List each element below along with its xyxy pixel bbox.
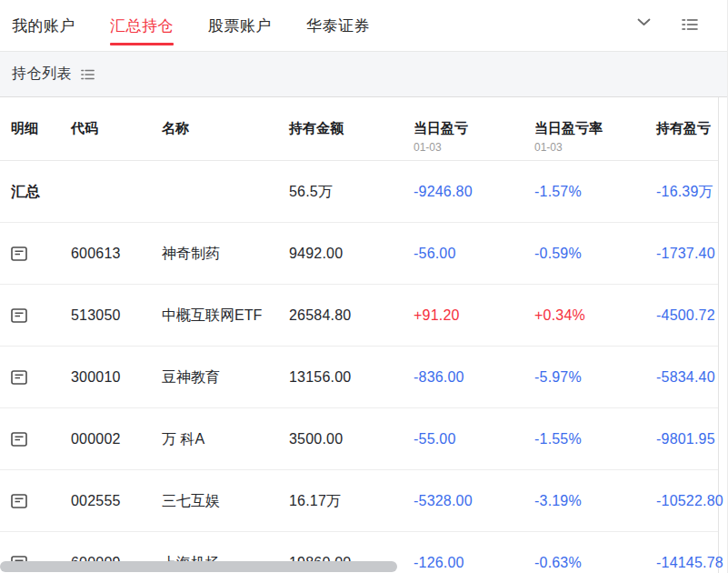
table-row[interactable]: 600613 神奇制药 9492.00 -56.00 -0.59% -1737.… [0, 223, 718, 285]
cell-daily-pl: +91.20 [414, 285, 460, 347]
cell-hold-pl: -5834.40 [656, 347, 715, 408]
cell-code: 600613 [71, 223, 121, 285]
cell-amount: 16.17万 [289, 470, 341, 532]
table-row[interactable]: 汇总 56.5万 -9246.80 -1.57% -16.39万 [0, 161, 718, 223]
cell-daily-rate: -1.57% [534, 161, 582, 223]
col-header-hold-pl: 持有盈亏 [656, 120, 711, 137]
top-nav: 我的账户 汇总持仓 股票账户 华泰证券 [0, 0, 728, 52]
detail-icon[interactable] [11, 285, 27, 347]
cell-daily-rate: +0.34% [534, 285, 585, 347]
col-header-daily-pl-date: 01-03 [414, 141, 468, 154]
cell-code: 000002 [71, 408, 121, 470]
cell-daily-pl: -55.00 [414, 408, 456, 470]
col-header-daily-pl-rate-date: 01-03 [534, 141, 603, 154]
col-header-detail: 明细 [11, 120, 38, 137]
cell-daily-rate: -1.55% [534, 408, 582, 470]
holdings-app-window: 我的账户 汇总持仓 股票账户 华泰证券 持仓列表 明细 代码 名称 持有金额 当… [0, 0, 728, 573]
cell-hold-pl: -14145.78 [656, 532, 723, 573]
cell-daily-pl: -56.00 [414, 223, 456, 285]
cell-name: 万 科A [162, 408, 204, 470]
cell-amount: 26584.80 [289, 285, 351, 347]
tab-huatai-securities[interactable]: 华泰证券 [306, 0, 370, 51]
cell-daily-rate: -0.59% [534, 223, 582, 285]
table-row[interactable]: 002555 三七互娱 16.17万 -5328.00 -3.19% -1052… [0, 470, 718, 532]
table-row[interactable]: 300010 豆神教育 13156.00 -836.00 -5.97% -583… [0, 347, 718, 408]
section-bar: 持仓列表 [0, 52, 728, 97]
cell-name: 中概互联网ETF [162, 285, 262, 347]
cell-code: 300010 [71, 347, 121, 408]
tab-stock-account[interactable]: 股票账户 [208, 0, 272, 51]
cell-amount: 9492.00 [289, 223, 343, 285]
table-row[interactable]: 000002 万 科A 3500.00 -55.00 -1.55% -9801.… [0, 408, 718, 470]
table-row[interactable]: 513050 中概互联网ETF 26584.80 +91.20 +0.34% -… [0, 285, 718, 347]
cell-daily-pl: -9246.80 [414, 161, 473, 223]
cell-hold-pl: -9801.95 [656, 408, 715, 470]
cell-daily-pl: -5328.00 [414, 470, 473, 532]
cell-daily-rate: -3.19% [534, 470, 582, 532]
list-icon[interactable] [682, 18, 698, 31]
detail-icon[interactable] [11, 470, 27, 532]
cell-daily-rate: -0.63% [534, 532, 582, 573]
cell-hold-pl: -16.39万 [656, 161, 713, 223]
detail-icon[interactable] [11, 408, 27, 470]
cell-amount: 56.5万 [289, 161, 333, 223]
tab-summary-holdings[interactable]: 汇总持仓 [110, 0, 174, 51]
cell-hold-pl: -10522.80 [656, 470, 723, 532]
chevron-down-icon[interactable] [637, 18, 651, 26]
col-header-daily-pl-rate: 当日盈亏率 01-03 [534, 120, 603, 154]
detail-icon[interactable] [11, 223, 27, 285]
cell-code: 002555 [71, 470, 121, 532]
col-header-name: 名称 [162, 120, 189, 137]
cell-name: 三七互娱 [162, 470, 220, 532]
tab-my-account[interactable]: 我的账户 [12, 0, 75, 51]
row-label: 汇总 [11, 161, 40, 223]
cell-amount: 13156.00 [289, 347, 351, 408]
list-icon[interactable] [81, 69, 95, 80]
col-header-amount: 持有金额 [289, 120, 344, 137]
horizontal-scrollbar-thumb[interactable] [0, 561, 397, 572]
cell-hold-pl: -1737.40 [656, 223, 715, 285]
cell-daily-pl: -126.00 [414, 532, 464, 573]
cell-name: 豆神教育 [162, 347, 220, 408]
cell-daily-pl: -836.00 [414, 347, 464, 408]
col-header-code: 代码 [71, 120, 98, 137]
table-body: 汇总 56.5万 -9246.80 -1.57% -16.39万 600613 … [0, 161, 728, 573]
table-header: 明细 代码 名称 持有金额 当日盈亏 01-03 当日盈亏率 01-03 持有盈… [0, 97, 718, 161]
detail-icon[interactable] [11, 347, 27, 408]
cell-amount: 3500.00 [289, 408, 343, 470]
section-title: 持仓列表 [12, 65, 72, 84]
cell-code: 513050 [71, 285, 121, 347]
cell-hold-pl: -4500.72 [656, 285, 715, 347]
cell-daily-rate: -5.97% [534, 347, 582, 408]
col-header-daily-pl: 当日盈亏 01-03 [414, 120, 468, 154]
cell-name: 神奇制药 [162, 223, 220, 285]
